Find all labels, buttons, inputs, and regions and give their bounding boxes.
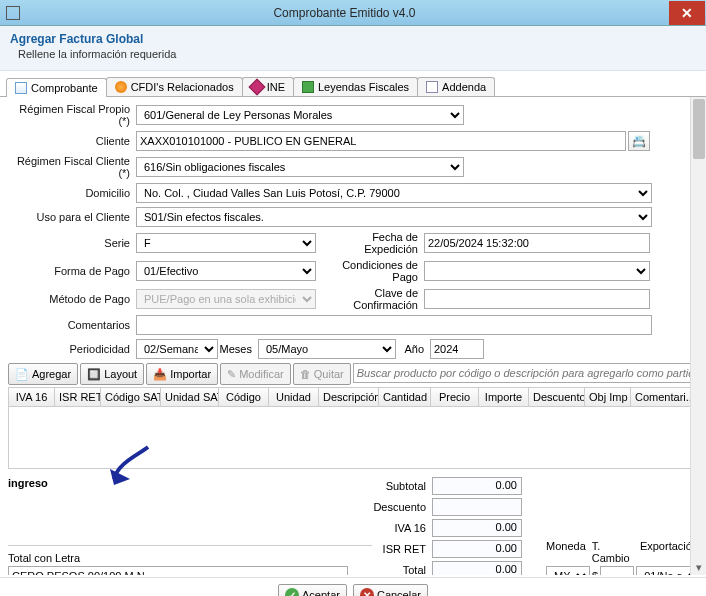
tab-cfdi-relacionados[interactable]: CFDI's Relacionados xyxy=(106,77,243,96)
total-letra-input[interactable] xyxy=(8,566,348,575)
condiciones-select[interactable] xyxy=(424,261,650,281)
remove-icon: 🗑 xyxy=(300,368,311,380)
label-metodo-pago: Método de Pago xyxy=(8,293,136,305)
product-search-input[interactable] xyxy=(353,363,698,383)
grid-toolbar: 📄Agregar 🔲Layout 📥Importar ✎Modificar 🗑Q… xyxy=(8,363,698,385)
form-area: ▾ Régimen Fiscal Propio (*) 601/General … xyxy=(0,97,706,575)
regimen-cliente-select[interactable]: 616/Sin obligaciones fiscales xyxy=(136,157,464,177)
label-moneda: Moneda xyxy=(546,540,586,564)
col-importe[interactable]: Importe xyxy=(479,388,529,406)
layout-button[interactable]: 🔲Layout xyxy=(80,363,144,385)
moneda-select[interactable]: MXN xyxy=(546,566,590,575)
label-forma-pago: Forma de Pago xyxy=(8,265,136,277)
label-tcambio: T. Cambio xyxy=(592,540,634,564)
diamond-icon xyxy=(248,79,265,96)
doc-icon xyxy=(426,81,438,93)
label-regimen-propio: Régimen Fiscal Propio (*) xyxy=(8,103,136,127)
agregar-button[interactable]: 📄Agregar xyxy=(8,363,78,385)
label-regimen-cliente: Régimen Fiscal Cliente (*) xyxy=(8,155,136,179)
regimen-propio-select[interactable]: 601/General de Ley Personas Morales xyxy=(136,105,464,125)
col-precio[interactable]: Precio xyxy=(431,388,479,406)
edit-icon: ✎ xyxy=(227,368,236,381)
clave-confirmacion-input[interactable] xyxy=(424,289,650,309)
link-icon xyxy=(115,81,127,93)
line-items-grid: IVA 16 ISR RET Código SAT Unidad SAT Cód… xyxy=(8,387,698,469)
subtotal-value: 0.00 xyxy=(432,477,522,495)
col-isr-ret[interactable]: ISR RET xyxy=(55,388,101,406)
label-clave-conf: Clave de Confirmación xyxy=(316,287,424,311)
label-isr-ret-total: ISR RET xyxy=(372,543,432,555)
titlebar: Comprobante Emitido v4.0 ✕ xyxy=(0,0,706,26)
col-obj-imp[interactable]: Obj Imp xyxy=(585,388,631,406)
cliente-lookup-button[interactable]: 📇 xyxy=(628,131,650,151)
label-domicilio: Domicilio xyxy=(8,187,136,199)
serie-select[interactable]: F xyxy=(136,233,316,253)
label-periodicidad: Periodicidad xyxy=(8,343,136,355)
tab-ine[interactable]: INE xyxy=(242,77,294,96)
label-serie: Serie xyxy=(8,237,136,249)
col-cantidad[interactable]: Cantidad xyxy=(379,388,431,406)
importar-button[interactable]: 📥Importar xyxy=(146,363,218,385)
col-codigo-sat[interactable]: Código SAT xyxy=(101,388,161,406)
app-icon xyxy=(6,6,20,20)
layout-icon: 🔲 xyxy=(87,368,101,381)
check-icon: ✓ xyxy=(285,588,299,596)
cancel-icon: ✕ xyxy=(360,588,374,596)
tab-addenda[interactable]: Addenda xyxy=(417,77,495,96)
label-descuento: Descuento xyxy=(372,501,432,513)
window-title: Comprobante Emitido v4.0 xyxy=(20,6,669,20)
modificar-button: ✎Modificar xyxy=(220,363,291,385)
cancelar-button[interactable]: ✕Cancelar xyxy=(353,584,428,596)
label-fecha: Fecha de Expedición xyxy=(316,231,424,255)
page-title: Agregar Factura Global xyxy=(10,32,696,46)
ingreso-label: ingreso xyxy=(8,477,372,489)
anio-input[interactable] xyxy=(430,339,484,359)
import-icon: 📥 xyxy=(153,368,167,381)
periodicidad-select[interactable]: 02/Semanal xyxy=(136,339,218,359)
vertical-scrollbar[interactable]: ▾ xyxy=(690,97,706,575)
domicilio-select[interactable]: No. Col. , Ciudad Valles San Luis Potosí… xyxy=(136,183,652,203)
fecha-input[interactable] xyxy=(424,233,650,253)
comentarios-input[interactable] xyxy=(136,315,652,335)
col-unidad-sat[interactable]: Unidad SAT xyxy=(161,388,219,406)
total-letra-label: Total con Letra xyxy=(8,552,372,564)
meses-select[interactable]: 05/Mayo xyxy=(258,339,396,359)
tab-comprobante[interactable]: Comprobante xyxy=(6,78,107,97)
label-iva16-total: IVA 16 xyxy=(372,522,432,534)
tag-icon xyxy=(302,81,314,93)
tab-leyendas[interactable]: Leyendas Fiscales xyxy=(293,77,418,96)
col-comentario[interactable]: Comentari... xyxy=(631,388,697,406)
label-condiciones: Condiciones de Pago xyxy=(316,259,424,283)
total-value: 0.00 xyxy=(432,561,522,575)
label-subtotal: Subtotal xyxy=(372,480,432,492)
col-unidad[interactable]: Unidad xyxy=(269,388,319,406)
header: Agregar Factura Global Rellene la inform… xyxy=(0,26,706,71)
label-meses: Meses xyxy=(218,343,258,355)
isr-ret-value: 0.00 xyxy=(432,540,522,558)
metodo-pago-select: PUE/Pago en una sola exhibición xyxy=(136,289,316,309)
col-descuento[interactable]: Descuento xyxy=(529,388,585,406)
col-descripcion[interactable]: Descripción xyxy=(319,388,379,406)
iva16-value: 0.00 xyxy=(432,519,522,537)
descuento-value xyxy=(432,498,522,516)
forma-pago-select[interactable]: 01/Efectivo xyxy=(136,261,316,281)
uso-cliente-select[interactable]: S01/Sin efectos fiscales. xyxy=(136,207,652,227)
currency-symbol: $ xyxy=(592,570,598,575)
tcambio-input[interactable] xyxy=(600,566,634,575)
close-button[interactable]: ✕ xyxy=(669,1,705,25)
tab-bar: Comprobante CFDI's Relacionados INE Leye… xyxy=(0,71,706,97)
grid-header: IVA 16 ISR RET Código SAT Unidad SAT Cód… xyxy=(9,388,697,407)
col-codigo[interactable]: Código xyxy=(219,388,269,406)
label-uso: Uso para el Cliente xyxy=(8,211,136,223)
quitar-button: 🗑Quitar xyxy=(293,363,351,385)
col-iva16[interactable]: IVA 16 xyxy=(9,388,55,406)
plus-icon: 📄 xyxy=(15,368,29,381)
label-total: Total xyxy=(372,564,432,575)
cliente-input[interactable] xyxy=(136,131,626,151)
page-subtitle: Rellene la información requerida xyxy=(10,48,696,60)
page-icon xyxy=(15,82,27,94)
label-anio: Año xyxy=(396,343,430,355)
aceptar-button[interactable]: ✓Aceptar xyxy=(278,584,347,596)
label-comentarios: Comentarios xyxy=(8,319,136,331)
dialog-footer: ✓Aceptar ✕Cancelar xyxy=(0,577,706,596)
